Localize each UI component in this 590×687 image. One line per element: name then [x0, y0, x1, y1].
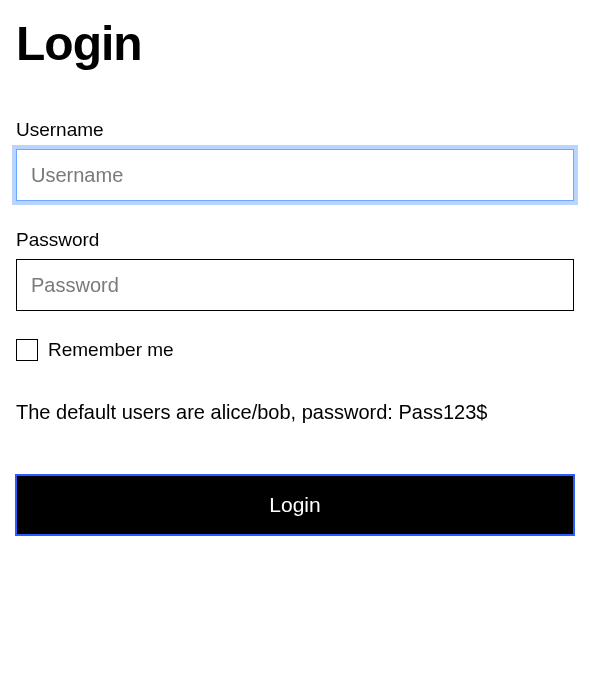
username-input[interactable]: [16, 149, 574, 201]
remember-label[interactable]: Remember me: [48, 339, 174, 361]
login-button[interactable]: Login: [16, 475, 574, 535]
username-label: Username: [16, 119, 574, 141]
page-title: Login: [16, 16, 574, 71]
password-input[interactable]: [16, 259, 574, 311]
password-label: Password: [16, 229, 574, 251]
password-group: Password: [16, 229, 574, 311]
hint-text: The default users are alice/bob, passwor…: [16, 397, 574, 427]
remember-checkbox[interactable]: [16, 339, 38, 361]
username-group: Username: [16, 119, 574, 201]
remember-row: Remember me: [16, 339, 574, 361]
